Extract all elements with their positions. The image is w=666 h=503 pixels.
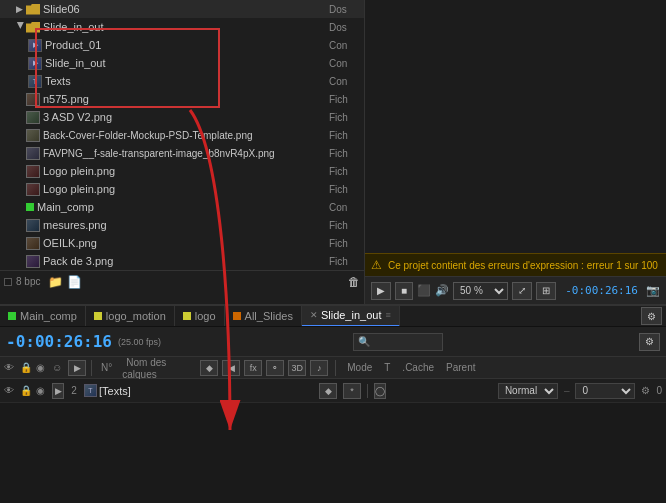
col-num-header: N° bbox=[97, 362, 116, 373]
file-icon bbox=[26, 93, 40, 106]
file-icon bbox=[26, 255, 40, 268]
add-keyframe-button[interactable]: ◆ bbox=[200, 360, 218, 376]
tab-settings-button[interactable]: ⚙ bbox=[641, 307, 662, 325]
warning-bar: ⚠ Ce projet contient des erreurs d'expre… bbox=[365, 253, 666, 276]
timeline-toolbar: 👁 🔒 ◉ ☺ ▶ N° Nom des calques ◆ ◀ fx ⚬ 3D… bbox=[0, 357, 666, 379]
zoom-select[interactable]: 50 % 25 % 100 % bbox=[453, 282, 508, 300]
item-name: 3 ASD V2.png bbox=[43, 111, 325, 123]
item-name: Texts bbox=[45, 75, 325, 87]
list-item[interactable]: T Texts Con bbox=[0, 72, 364, 90]
file-browser: ▶ Slide06 Dos ▶ Slide_in_out Dos ▶ Produ… bbox=[0, 0, 365, 304]
comp-color-dot bbox=[26, 203, 34, 211]
keyframe-nav-prev[interactable]: ◀ bbox=[222, 360, 240, 376]
tab-all-slides[interactable]: All_Slides bbox=[225, 305, 302, 327]
item-name: Back-Cover-Folder-Mockup-PSD-Template.pn… bbox=[43, 130, 325, 141]
list-item[interactable]: ▶ Pack de 3.png Fich bbox=[0, 252, 364, 270]
list-item[interactable]: ▶ OEILK.png Fich bbox=[0, 234, 364, 252]
list-item[interactable]: ▶ FAVPNG__f-sale-transparent-image_b8nvR… bbox=[0, 144, 364, 162]
file-icon bbox=[26, 111, 40, 124]
3d-button[interactable]: 3D bbox=[288, 360, 306, 376]
list-item[interactable]: ▶ Logo plein.png Fich bbox=[0, 162, 364, 180]
layer-add-keyframe[interactable]: ◆ bbox=[319, 383, 337, 399]
warning-icon: ⚠ bbox=[371, 258, 382, 272]
list-item[interactable]: ▶ Product_01 Con bbox=[0, 36, 364, 54]
fit-button[interactable]: ⤢ bbox=[512, 282, 532, 300]
timecode-display: -0:00:26:16 bbox=[565, 284, 638, 297]
layer-expression[interactable]: * bbox=[343, 383, 361, 399]
collapse-button[interactable]: ▶ bbox=[68, 360, 86, 376]
layer-eye-icon[interactable]: 👁 bbox=[4, 385, 18, 396]
comp-icon: ▶ bbox=[28, 39, 42, 52]
tab-label: logo bbox=[195, 310, 216, 322]
tab-menu-icon[interactable]: ≡ bbox=[385, 310, 390, 320]
comp-icon: ▶ bbox=[28, 57, 42, 70]
item-name: Slide_in_out bbox=[43, 21, 325, 33]
lock-icon: 🔒 bbox=[20, 362, 34, 373]
motion-blur-button[interactable]: ⚬ bbox=[266, 360, 284, 376]
layer-parent-pick[interactable]: ⚙ bbox=[641, 385, 650, 396]
close-icon[interactable]: ✕ bbox=[310, 310, 318, 320]
tab-logo-motion[interactable]: logo_motion bbox=[86, 305, 175, 327]
folder-arrow-icon: ▶ bbox=[16, 22, 26, 32]
item-name: Pack de 3.png bbox=[43, 255, 325, 267]
audio-button[interactable]: ♪ bbox=[310, 360, 328, 376]
layer-3d-toggle[interactable]: ◯ bbox=[374, 383, 386, 399]
list-item[interactable]: ▶ Slide06 Dos bbox=[0, 0, 364, 18]
comp-icon: T bbox=[28, 75, 42, 88]
tab-color-dot bbox=[8, 312, 16, 320]
layer-row: 👁 🔒 ◉ ▶ 2 T [Texts] ◆ * ◯ Normal Multipl… bbox=[0, 379, 666, 403]
trash-icon[interactable]: 🗑 bbox=[348, 275, 360, 289]
play-button[interactable]: ▶ bbox=[371, 282, 391, 300]
tab-color-dot bbox=[183, 312, 191, 320]
folder-icon bbox=[26, 22, 40, 33]
list-item[interactable]: ▶ Slide_in_out Dos bbox=[0, 18, 364, 36]
expression-button[interactable]: fx bbox=[244, 360, 262, 376]
list-item[interactable]: ▶ Logo plein.png Fich bbox=[0, 180, 364, 198]
tab-slide-in-out[interactable]: ✕ Slide_in_out ≡ bbox=[302, 305, 400, 327]
list-item[interactable]: ▶ Back-Cover-Folder-Mockup-PSD-Template.… bbox=[0, 126, 364, 144]
item-type: Dos bbox=[325, 22, 360, 33]
list-item[interactable]: ▶ n575.png Fich bbox=[0, 90, 364, 108]
file-new-icon[interactable]: 📄 bbox=[67, 275, 82, 289]
file-icon bbox=[26, 219, 40, 232]
tab-main-comp[interactable]: Main_comp bbox=[0, 305, 86, 327]
timeline-search[interactable] bbox=[353, 333, 443, 351]
tab-logo[interactable]: logo bbox=[175, 305, 225, 327]
layer-lock-icon[interactable]: 🔒 bbox=[20, 385, 34, 396]
warning-text: Ce projet contient des erreurs d'express… bbox=[388, 260, 658, 271]
item-type: Con bbox=[325, 202, 360, 213]
col-t-header: T bbox=[380, 362, 394, 373]
layer-solo-icon[interactable]: ◉ bbox=[36, 385, 50, 396]
timeline-settings-button[interactable]: ⚙ bbox=[639, 333, 660, 351]
item-type: Con bbox=[325, 76, 360, 87]
tabs-bar: Main_comp logo_motion logo All_Slides ✕ … bbox=[0, 305, 666, 327]
speaker-icon: 🔊 bbox=[435, 284, 449, 297]
layer-link-icon: 0 bbox=[656, 385, 662, 396]
item-type: Fich bbox=[325, 166, 360, 177]
layer-expand-button[interactable]: ▶ bbox=[52, 383, 64, 399]
bpc-label: 8 bpc bbox=[16, 276, 40, 287]
folder-arrow-icon: ▶ bbox=[16, 4, 26, 14]
layer-mode-select[interactable]: Normal Multiply bbox=[498, 383, 558, 399]
item-type: Fich bbox=[325, 148, 360, 159]
list-item[interactable]: ▶ mesures.png Fich bbox=[0, 216, 364, 234]
list-item[interactable]: ▶ Slide_in_out Con bbox=[0, 54, 364, 72]
item-name: n575.png bbox=[43, 93, 325, 105]
color-bit-selector bbox=[4, 278, 12, 286]
folder-new-icon[interactable]: 📁 bbox=[48, 275, 63, 289]
file-icon bbox=[26, 165, 40, 178]
separator bbox=[91, 360, 92, 376]
timeline-header: -0:00:26:16 (25.00 fps) ⚙ bbox=[0, 327, 666, 357]
eye-icon: 👁 bbox=[4, 362, 18, 373]
right-panel: ⚠ Ce projet contient des erreurs d'expre… bbox=[365, 0, 666, 304]
solo-icon: ◉ bbox=[36, 362, 50, 373]
layer-parent-select[interactable]: 0 bbox=[575, 383, 635, 399]
top-section: ▶ Slide06 Dos ▶ Slide_in_out Dos ▶ Produ… bbox=[0, 0, 666, 305]
list-item[interactable]: ▶ 3 ASD V2.png Fich bbox=[0, 108, 364, 126]
item-name: Slide06 bbox=[43, 3, 325, 15]
folder-icon bbox=[26, 4, 40, 15]
stop-button[interactable]: ■ bbox=[395, 282, 413, 300]
grid-button[interactable]: ⊞ bbox=[536, 282, 556, 300]
col-cache-header: .Cache bbox=[398, 362, 438, 373]
list-item[interactable]: ▶ Main_comp Con bbox=[0, 198, 364, 216]
